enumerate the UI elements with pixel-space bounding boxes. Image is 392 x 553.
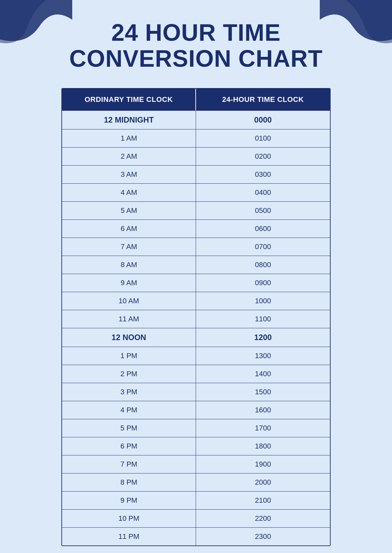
ordinary-time-cell: 7 PM (62, 455, 196, 473)
ordinary-time-cell: 12 MIDNIGHT (62, 111, 196, 129)
ordinary-time-cell: 6 AM (62, 220, 196, 238)
table-row: 7 PM1900 (62, 455, 330, 473)
ordinary-time-cell: 7 AM (62, 238, 196, 256)
col2-header: 24-HOUR TIME CLOCK (196, 89, 330, 110)
table-row: 1 AM0100 (62, 129, 330, 147)
table-row: 2 PM1400 (62, 365, 330, 383)
ordinary-time-cell: 2 AM (62, 148, 196, 165)
military-time-cell: 1300 (196, 347, 330, 365)
ordinary-time-cell: 12 NOON (62, 328, 196, 347)
ordinary-time-cell: 11 AM (62, 310, 196, 328)
table-row: 12 NOON1200 (62, 328, 330, 347)
table-header: ORDINARY TIME CLOCK 24-HOUR TIME CLOCK (62, 89, 330, 110)
military-time-cell: 2300 (196, 528, 330, 545)
ordinary-time-cell: 9 PM (62, 492, 196, 509)
ordinary-time-cell: 3 AM (62, 166, 196, 183)
military-time-cell: 0800 (196, 256, 330, 274)
table-row: 10 AM1000 (62, 292, 330, 310)
table-row: 10 PM2200 (62, 509, 330, 527)
table-row: 8 PM2000 (62, 473, 330, 491)
ordinary-time-cell: 1 AM (62, 129, 196, 147)
ordinary-time-cell: 1 PM (62, 347, 196, 365)
military-time-cell: 1200 (196, 328, 330, 347)
ordinary-time-cell: 10 PM (62, 510, 196, 527)
military-time-cell: 2200 (196, 510, 330, 527)
ordinary-time-cell: 4 PM (62, 401, 196, 419)
military-time-cell: 0500 (196, 202, 330, 219)
ordinary-time-cell: 4 AM (62, 184, 196, 201)
ordinary-time-cell: 3 PM (62, 383, 196, 401)
col1-header: ORDINARY TIME CLOCK (62, 89, 196, 110)
table-row: 11 PM2300 (62, 527, 330, 545)
table-row: 1 PM1300 (62, 347, 330, 365)
military-time-cell: 1600 (196, 401, 330, 419)
military-time-cell: 0100 (196, 129, 330, 147)
military-time-cell: 0000 (196, 111, 330, 129)
table-row: 5 PM1700 (62, 419, 330, 437)
ordinary-time-cell: 8 PM (62, 473, 196, 491)
military-time-cell: 1800 (196, 437, 330, 455)
table-row: 9 PM2100 (62, 491, 330, 509)
table-row: 2 AM0200 (62, 147, 330, 165)
table-row: 6 PM1800 (62, 437, 330, 455)
ordinary-time-cell: 10 AM (62, 292, 196, 310)
ordinary-time-cell: 8 AM (62, 256, 196, 274)
conversion-table: ORDINARY TIME CLOCK 24-HOUR TIME CLOCK 1… (61, 88, 331, 546)
table-row: 11 AM1100 (62, 310, 330, 328)
military-time-cell: 0300 (196, 166, 330, 183)
table-row: 3 AM0300 (62, 165, 330, 183)
military-time-cell: 0700 (196, 238, 330, 256)
military-time-cell: 1400 (196, 365, 330, 383)
military-time-cell: 1500 (196, 383, 330, 401)
ordinary-time-cell: 2 PM (62, 365, 196, 383)
table-row: 4 AM0400 (62, 183, 330, 201)
ordinary-time-cell: 5 AM (62, 202, 196, 219)
military-time-cell: 0900 (196, 274, 330, 292)
table-row: 7 AM0700 (62, 238, 330, 256)
page-title: 24 HOUR TIME CONVERSION CHART (50, 20, 342, 72)
military-time-cell: 0200 (196, 148, 330, 165)
military-time-cell: 1700 (196, 419, 330, 437)
table-row: 6 AM0600 (62, 219, 330, 238)
table-row: 5 AM0500 (62, 201, 330, 219)
table-body: 12 MIDNIGHT00001 AM01002 AM02003 AM03004… (62, 110, 330, 545)
military-time-cell: 2100 (196, 492, 330, 509)
ordinary-time-cell: 9 AM (62, 274, 196, 292)
ordinary-time-cell: 5 PM (62, 419, 196, 437)
ordinary-time-cell: 6 PM (62, 437, 196, 455)
military-time-cell: 1900 (196, 455, 330, 473)
table-row: 8 AM0800 (62, 256, 330, 274)
table-row: 3 PM1500 (62, 383, 330, 401)
military-time-cell: 2000 (196, 473, 330, 491)
military-time-cell: 1000 (196, 292, 330, 310)
military-time-cell: 0600 (196, 220, 330, 238)
ordinary-time-cell: 11 PM (62, 528, 196, 545)
table-row: 9 AM0900 (62, 274, 330, 292)
table-row: 4 PM1600 (62, 401, 330, 419)
military-time-cell: 1100 (196, 310, 330, 328)
military-time-cell: 0400 (196, 184, 330, 201)
table-row: 12 MIDNIGHT0000 (62, 110, 330, 129)
title-line2: CONVERSION CHART (69, 46, 323, 72)
page-wrapper: 24 HOUR TIME CONVERSION CHART ORDINARY T… (0, 0, 392, 553)
title-line1: 24 HOUR TIME (69, 20, 323, 46)
